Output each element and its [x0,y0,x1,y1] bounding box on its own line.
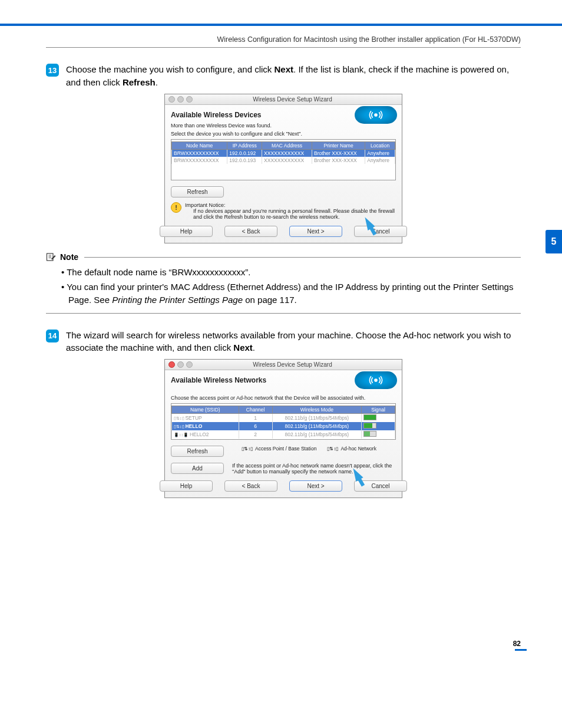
next-button[interactable]: Next > [289,480,342,492]
signal-icon [363,414,376,420]
legend-ap: ▯⇅↕▯ Access Point / Base Station [242,446,316,452]
wizard-devices-screenshot: Wireless Device Setup Wizard Available W… [164,94,402,244]
col-location: Location [365,142,395,150]
chapter-tab: 5 [546,230,562,253]
table-row[interactable]: 📱↕↕📱 HELLO2 2 802.11b/g (11Mbps/54Mbps) [172,430,395,439]
wizard-subtext-2: Select the device you wish to configure … [171,131,396,137]
brand-logo-icon [355,106,397,124]
add-help-text: If the access point or Ad-hoc network na… [232,463,392,475]
col-mode: Wireless Mode [272,406,362,414]
step-14: 14 The wizard will search for wireless n… [46,329,521,355]
help-button[interactable]: Help [160,226,213,237]
step14-text-b: . [253,342,255,353]
back-button[interactable]: < Back [224,226,277,237]
step13-text-c: . [156,77,158,87]
step-number-icon: 14 [46,330,59,342]
svg-point-2 [375,379,377,381]
page-header: Wireless Configuration for Macintosh usi… [0,26,562,46]
note-bullet-2b: on page 117. [243,295,297,305]
warning-icon: ! [171,202,181,213]
help-button[interactable]: Help [160,480,213,492]
step-number-icon: 13 [46,64,59,77]
note-bullet-1: The default node name is “BRWxxxxxxxxxxx… [67,267,250,277]
step13-text-a: Choose the machine you wish to configure… [66,64,275,74]
step13-bold-refresh: Refresh [123,77,156,87]
add-button[interactable]: Add [171,463,224,474]
wizard-networks-screenshot: Wireless Device Setup Wizard Available W… [164,359,402,498]
col-mac: MAC Address [262,142,312,150]
col-node: Node Name [172,142,227,150]
cancel-button[interactable]: Cancel [354,226,407,237]
col-ssid: Name (SSID) [172,406,239,414]
back-button[interactable]: < Back [224,480,277,492]
col-channel: Channel [239,406,272,414]
note-pencil-icon [46,252,57,262]
col-ip: IP Address [227,142,262,150]
legend-adhoc: ▯⇅↕▯ Ad-hoc Network [327,446,376,452]
table-row[interactable]: BRWXXXXXXXXXX 192.0.0.193 XXXXXXXXXXXX B… [172,157,395,164]
wizard-subtext: Choose the access point or Ad-hoc networ… [171,395,396,401]
note-block: Note • The default node name is “BRWxxxx… [46,252,521,314]
devices-table[interactable]: Node Name IP Address MAC Address Printer… [171,141,395,164]
svg-point-0 [375,114,377,116]
window-title: Wireless Device Setup Wizard [187,96,398,103]
window-title: Wireless Device Setup Wizard [187,361,398,368]
refresh-button[interactable]: Refresh [171,186,224,197]
brand-logo-icon [355,371,397,389]
step13-bold-next: Next [275,64,294,74]
signal-icon [363,431,376,437]
col-signal: Signal [362,406,395,414]
table-row[interactable]: BRWXXXXXXXXXX 192.0.0.192 XXXXXXXXXXXX B… [172,150,395,157]
step14-text-a: The wizard will search for wireless netw… [66,330,511,353]
col-printer: Printer Name [312,142,365,150]
table-row[interactable]: ▯⇅↕▯ SETUP 1 802.11b/g (11Mbps/54Mbps) [172,414,395,423]
page-number: 82 [0,640,562,648]
refresh-button[interactable]: Refresh [171,446,224,457]
table-row[interactable]: ▯⇅↕▯ HELLO 6 802.11b/g (11Mbps/54Mbps) [172,422,395,430]
next-button[interactable]: Next > [289,226,342,237]
networks-table[interactable]: Name (SSID) Channel Wireless Mode Signal… [171,406,395,439]
step-13: 13 Choose the machine you wish to config… [46,63,521,89]
note-label: Note [60,252,78,262]
notice-heading: Important Notice: [185,202,396,208]
signal-icon [363,423,376,429]
step14-bold-next: Next [233,342,253,353]
note-bullet-2-italic: Printing the Printer Settings Page [112,295,243,305]
